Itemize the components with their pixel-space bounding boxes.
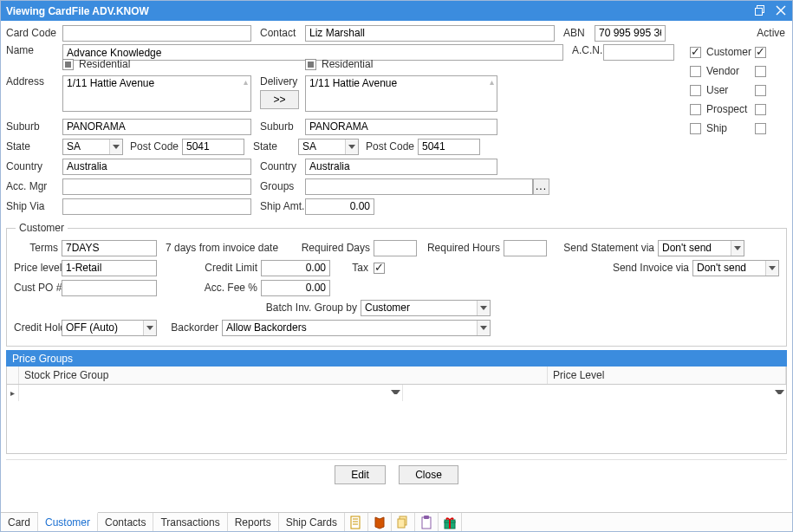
chevron-down-icon[interactable]: [345, 139, 358, 154]
sendinv-label: Send Invoice via: [582, 262, 692, 274]
card-code-label: Card Code: [6, 27, 62, 39]
address-residential-check[interactable]: [62, 59, 74, 70]
tab-card[interactable]: Card: [1, 513, 38, 531]
chevron-down-icon[interactable]: [477, 321, 490, 335]
customer-check[interactable]: [690, 47, 701, 58]
form-body: Card Code Contact ABN Active Name A.C.N.…: [1, 21, 792, 512]
user-flag[interactable]: [755, 85, 766, 96]
active-label: Active: [757, 27, 785, 39]
restore-icon[interactable]: [754, 5, 766, 17]
gift-icon[interactable]: [439, 513, 462, 531]
shipamt-input[interactable]: [305, 198, 374, 215]
user-check[interactable]: [690, 85, 701, 96]
tab-transactions[interactable]: Transactions: [153, 513, 227, 531]
svg-rect-11: [424, 516, 429, 519]
address-input[interactable]: [62, 75, 251, 112]
tab-contacts[interactable]: Contacts: [98, 513, 153, 531]
country-input[interactable]: [62, 159, 251, 175]
reqhours-input[interactable]: [504, 240, 547, 256]
col-price-level[interactable]: Price Level: [548, 367, 786, 384]
close-button[interactable]: Close: [399, 465, 458, 484]
chevron-down-icon[interactable]: [765, 261, 778, 276]
delivery-suburb-input[interactable]: [305, 119, 497, 135]
contact-input[interactable]: [305, 25, 555, 42]
customer-fieldset: Customer Terms 7 days from invoice date …: [6, 222, 787, 347]
shipvia-input[interactable]: [62, 198, 251, 215]
ship-flag[interactable]: [755, 123, 766, 134]
scroll-up-icon[interactable]: ▴: [487, 77, 496, 87]
reqdays-label: Required Days: [296, 242, 374, 254]
groups-browse-button[interactable]: ...: [533, 178, 549, 195]
svg-rect-4: [351, 516, 360, 529]
credlim-input[interactable]: [261, 260, 330, 276]
chevron-down-icon[interactable]: [731, 241, 744, 256]
delivery-country-input[interactable]: [305, 159, 497, 175]
chevron-down-icon[interactable]: [391, 387, 400, 397]
credlim-label: Credit Limit: [157, 262, 261, 274]
suburb-label: Suburb: [6, 120, 62, 133]
bigrp-combo[interactable]: [361, 300, 491, 316]
vendor-flag[interactable]: [755, 66, 766, 77]
abn-input[interactable]: [595, 25, 666, 42]
shipamt-label: Ship Amt.: [251, 200, 305, 212]
customer-type-label: Customer: [706, 46, 755, 58]
title-bar: Viewing CardFile ADV.KNOW: [1, 1, 792, 21]
prospect-check[interactable]: [690, 104, 701, 115]
user-type-label: User: [706, 84, 755, 96]
backorder-combo[interactable]: [222, 320, 491, 336]
accfee-input[interactable]: [261, 280, 330, 296]
notes-icon[interactable]: [345, 513, 368, 531]
address-label: Address: [6, 75, 62, 88]
custpo-input[interactable]: [62, 280, 157, 296]
price-groups-grid[interactable]: ▸: [6, 385, 787, 454]
close-icon[interactable]: [775, 5, 787, 17]
tab-ship-cards[interactable]: Ship Cards: [279, 513, 345, 531]
edit-button[interactable]: Edit: [335, 465, 386, 484]
chevron-down-icon[interactable]: [775, 387, 784, 397]
vendor-check[interactable]: [690, 66, 701, 77]
price-label: Price level: [14, 262, 62, 274]
tax-label: Tax: [330, 262, 374, 274]
svg-rect-1: [756, 8, 763, 15]
customer-flag[interactable]: [755, 47, 766, 58]
copy-address-button[interactable]: >>: [260, 90, 299, 109]
row-indicator-icon: ▸: [7, 385, 19, 401]
tax-check[interactable]: [374, 263, 385, 274]
svg-rect-9: [398, 519, 405, 528]
acn-input[interactable]: [603, 44, 674, 61]
suburb-input[interactable]: [62, 119, 251, 135]
delivery-label: Delivery: [260, 75, 305, 88]
tab-reports[interactable]: Reports: [228, 513, 279, 531]
bigrp-label: Batch Inv. Group by: [14, 302, 361, 314]
table-row[interactable]: ▸: [7, 385, 786, 401]
chevron-down-icon[interactable]: [477, 301, 490, 315]
reqdays-input[interactable]: [374, 240, 417, 256]
book-icon[interactable]: [368, 513, 392, 531]
copy-icon[interactable]: [392, 513, 415, 531]
clipboard-icon[interactable]: [415, 513, 439, 531]
delivery-postcode-input[interactable]: [418, 139, 480, 155]
terms-input[interactable]: [62, 240, 157, 256]
acn-label: A.C.N.: [563, 44, 603, 56]
chevron-down-icon[interactable]: [109, 139, 122, 154]
tab-customer[interactable]: Customer: [38, 512, 98, 531]
groups-input[interactable]: [305, 178, 533, 195]
sendstmt-label: Send Statement via: [547, 242, 658, 254]
credithold-label: Credit Hold: [14, 321, 62, 334]
delivery-input[interactable]: [305, 75, 497, 112]
delivery-postcode-label: Post Code: [359, 140, 418, 152]
prospect-flag[interactable]: [755, 104, 766, 115]
terms-label: Terms: [14, 242, 62, 254]
delivery-residential-check[interactable]: [305, 59, 316, 70]
chevron-down-icon[interactable]: [143, 321, 156, 335]
accmgr-input[interactable]: [62, 178, 251, 195]
postcode-input[interactable]: [182, 139, 244, 155]
abn-label: ABN: [555, 27, 595, 39]
backorder-label: Backorder: [157, 321, 222, 334]
state-label: State: [6, 140, 62, 152]
col-stock-price-group[interactable]: Stock Price Group: [19, 367, 548, 384]
scroll-up-icon[interactable]: ▴: [241, 77, 250, 87]
ship-check[interactable]: [690, 123, 701, 134]
price-input[interactable]: [62, 260, 157, 276]
card-code-input[interactable]: [62, 25, 251, 42]
